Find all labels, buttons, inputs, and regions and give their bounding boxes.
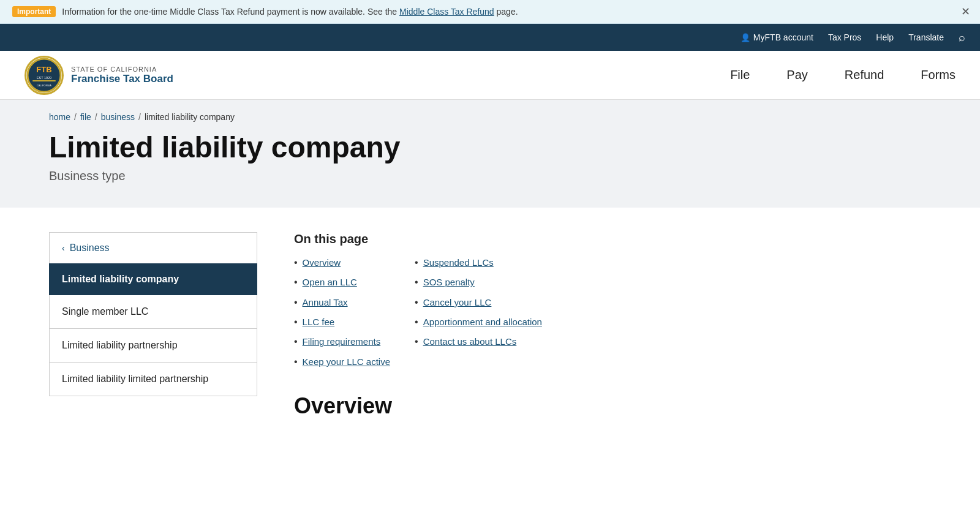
search-icon[interactable]: ⌕ xyxy=(959,31,965,44)
list-item: • Cancel your LLC xyxy=(415,296,542,309)
breadcrumb-current: limited liability company xyxy=(145,112,235,122)
sidebar-item-llp[interactable]: Limited liability partnership xyxy=(49,329,257,363)
link-apportionment[interactable]: Apportionment and allocation xyxy=(423,315,542,328)
hero-section: home / file / business / limited liabili… xyxy=(0,100,980,208)
link-keep-llc-active[interactable]: Keep your LLC active xyxy=(303,355,390,368)
sidebar-back-button[interactable]: ‹ Business xyxy=(49,232,257,263)
list-item: • SOS penalty xyxy=(415,276,542,289)
help-link[interactable]: Help xyxy=(876,32,894,42)
link-overview[interactable]: Overview xyxy=(303,256,341,269)
logo-link[interactable]: FTB EST 1929 CALIFORNIA STATE OF CALIFOR… xyxy=(24,56,173,95)
overview-title: Overview xyxy=(294,393,931,419)
nav-forms[interactable]: Forms xyxy=(921,63,956,87)
link-annual-tax[interactable]: Annual Tax xyxy=(303,296,348,309)
on-this-page-title: On this page xyxy=(294,232,931,246)
main-content: ‹ Business Limited liability company Sin… xyxy=(0,208,980,443)
link-column-1: • Overview • Open an LLC • Annual Tax • … xyxy=(294,256,390,369)
tax-pros-link[interactable]: Tax Pros xyxy=(828,32,861,42)
site-header: FTB EST 1929 CALIFORNIA STATE OF CALIFOR… xyxy=(0,51,980,100)
page-title: Limited liability company xyxy=(49,132,931,164)
sidebar: ‹ Business Limited liability company Sin… xyxy=(49,232,257,419)
alert-link[interactable]: Middle Class Tax Refund xyxy=(399,7,494,17)
main-nav: File Pay Refund Forms xyxy=(730,63,956,87)
list-item: • Annual Tax xyxy=(294,296,390,309)
link-column-2: • Suspended LLCs • SOS penalty • Cancel … xyxy=(415,256,542,369)
alert-close-button[interactable]: ✕ xyxy=(961,5,970,18)
sidebar-item-single-member-llc[interactable]: Single member LLC xyxy=(49,295,257,329)
myftp-account-link[interactable]: MyFTB account xyxy=(741,32,813,42)
list-item: • Overview xyxy=(294,256,390,269)
link-llc-fee[interactable]: LLC fee xyxy=(303,315,335,328)
alert-badge: Important xyxy=(12,6,56,17)
nav-refund[interactable]: Refund xyxy=(845,63,884,87)
translate-link[interactable]: Translate xyxy=(908,32,944,42)
on-this-page: On this page • Overview • Open an LLC • … xyxy=(294,232,931,369)
sidebar-item-lllp[interactable]: Limited liability limited partnership xyxy=(49,363,257,396)
link-suspended-llcs[interactable]: Suspended LLCs xyxy=(423,256,494,269)
breadcrumb-business[interactable]: business xyxy=(101,112,135,122)
ftb-logo: FTB EST 1929 CALIFORNIA xyxy=(24,56,64,95)
svg-text:EST 1929: EST 1929 xyxy=(37,76,51,80)
chevron-left-icon: ‹ xyxy=(62,243,65,253)
logo-text: STATE OF CALIFORNIA Franchise Tax Board xyxy=(71,66,173,85)
top-nav: MyFTB account Tax Pros Help Translate ⌕ xyxy=(0,24,980,51)
link-contact-llcs[interactable]: Contact us about LLCs xyxy=(423,335,517,348)
person-icon xyxy=(741,32,750,42)
breadcrumb-home[interactable]: home xyxy=(49,112,70,122)
on-this-page-links: • Overview • Open an LLC • Annual Tax • … xyxy=(294,256,931,369)
list-item: • LLC fee xyxy=(294,315,390,329)
breadcrumb: home / file / business / limited liabili… xyxy=(49,112,931,122)
page-subtitle: Business type xyxy=(49,169,931,183)
link-cancel-llc[interactable]: Cancel your LLC xyxy=(423,296,492,309)
content-area: On this page • Overview • Open an LLC • … xyxy=(294,232,931,419)
link-open-llc[interactable]: Open an LLC xyxy=(303,276,357,288)
sidebar-item-llc[interactable]: Limited liability company xyxy=(49,263,257,295)
alert-text: Information for the one-time Middle Clas… xyxy=(62,7,518,17)
list-item: • Keep your LLC active xyxy=(294,355,390,369)
svg-rect-3 xyxy=(32,80,56,81)
list-item: • Contact us about LLCs xyxy=(415,335,542,348)
link-filing-requirements[interactable]: Filing requirements xyxy=(303,335,381,348)
alert-banner: Important Information for the one-time M… xyxy=(0,0,980,24)
list-item: • Open an LLC xyxy=(294,276,390,289)
svg-text:CALIFORNIA: CALIFORNIA xyxy=(37,84,51,87)
list-item: • Suspended LLCs xyxy=(415,256,542,269)
breadcrumb-file[interactable]: file xyxy=(80,112,91,122)
list-item: • Apportionment and allocation xyxy=(415,315,542,329)
nav-file[interactable]: File xyxy=(730,63,750,87)
svg-text:FTB: FTB xyxy=(36,65,51,74)
nav-pay[interactable]: Pay xyxy=(786,63,807,87)
link-sos-penalty[interactable]: SOS penalty xyxy=(423,276,475,288)
list-item: • Filing requirements xyxy=(294,335,390,348)
